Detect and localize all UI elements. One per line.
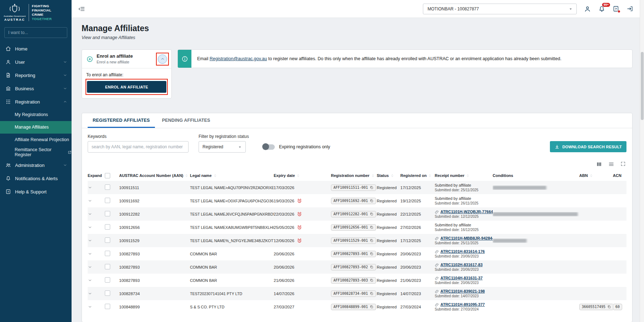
sidebar-item-label: Business: [15, 86, 59, 91]
scrollbar-thumb[interactable]: [641, 52, 644, 120]
table-row: 100911511TEST LEGAL NAME>AQU70P0NV2RZADO…: [88, 181, 626, 194]
help-alert-dot: [618, 10, 620, 13]
row-expand-button[interactable]: [88, 291, 92, 296]
registration-status-select[interactable]: Registered: [199, 141, 246, 153]
receipt-number-link[interactable]: ATRC1101H-MBB8JR-942844: [440, 236, 493, 241]
account-select[interactable]: MOTIONBAR - 100827877: [423, 4, 577, 14]
info-banner: Email Registration@austrac.gov.au to reg…: [177, 49, 633, 68]
row-expand-button[interactable]: [88, 198, 92, 203]
row-checkbox[interactable]: [105, 184, 110, 190]
account-select-value: MOTIONBAR - 100827877: [428, 6, 479, 11]
fullscreen-icon[interactable]: [620, 161, 626, 167]
expiring-only-toggle[interactable]: [263, 144, 275, 150]
sidebar-item-notifications-alerts[interactable]: Notifications & Alerts: [0, 172, 72, 185]
row-checkbox[interactable]: [105, 290, 110, 296]
column-header-abn[interactable]: ABN: [579, 173, 613, 178]
column-header-legal-name[interactable]: Legal name: [190, 173, 274, 178]
column-chooser-icon[interactable]: [596, 161, 602, 167]
registration-number-pill: AFF100828734-001: [331, 290, 376, 297]
tab-pending-affiliates[interactable]: PENDING AFFILIATES: [157, 113, 215, 128]
cell-expiry-date: 20/06/2026: [274, 265, 331, 269]
logout-icon[interactable]: [626, 5, 633, 12]
receipt-text: Submitted by affiliate: [435, 223, 471, 227]
copy-icon[interactable]: [370, 239, 374, 242]
row-checkbox[interactable]: [105, 224, 110, 230]
row-checkbox[interactable]: [105, 198, 110, 203]
copy-icon[interactable]: [370, 225, 374, 229]
cell-expiry-date: 27/03/2027: [274, 305, 331, 309]
table-body: 100911511TEST LEGAL NAME>AQU70P0NV2RZADO…: [88, 181, 626, 313]
row-expand-button[interactable]: [88, 278, 92, 283]
row-expand-button[interactable]: [88, 251, 92, 256]
row-expand-button[interactable]: [88, 238, 92, 243]
collapse-enrol-card-button[interactable]: [158, 54, 167, 64]
sidebar-item-reporting[interactable]: Reporting: [0, 69, 72, 82]
sidebar-subitem-affiliate-renewal-projection[interactable]: Affiliate Renewal Projection: [0, 134, 72, 146]
notifications-bell-icon[interactable]: 99+: [598, 5, 605, 13]
sidebar-item-administration[interactable]: Administration: [0, 159, 72, 172]
column-header-registration-number[interactable]: Registration number: [331, 173, 377, 178]
row-expand-button[interactable]: [88, 265, 92, 269]
keywords-search-input[interactable]: [88, 141, 189, 153]
registration-email-link[interactable]: Registration@austrac.gov.au: [210, 56, 267, 61]
receipt-number-link[interactable]: ATRC1101H-891095-377: [440, 302, 485, 307]
acn-pill: 60: [613, 304, 622, 310]
row-checkbox[interactable]: [105, 264, 110, 269]
row-checkbox[interactable]: [105, 251, 110, 256]
sidebar-item-help-support[interactable]: ?Help & Support: [0, 185, 72, 198]
row-expand-button[interactable]: [88, 225, 92, 230]
help-icon[interactable]: ?: [613, 5, 619, 12]
copy-icon[interactable]: [607, 305, 611, 309]
sort-icon: [589, 174, 593, 178]
cell-aan: 100848899: [119, 305, 190, 309]
select-all-checkbox[interactable]: [105, 173, 110, 178]
column-header-status[interactable]: Status: [377, 173, 400, 178]
receipt-number-link[interactable]: ATRC1104H-831631-37: [440, 276, 483, 280]
enrol-an-affiliate-button[interactable]: ENROL AN AFFILIATE: [87, 81, 166, 93]
column-header-registered-on[interactable]: Registered on: [400, 173, 435, 178]
tab-registered-affiliates[interactable]: REGISTERED AFFILIATES: [88, 113, 155, 128]
column-header-expiry-date[interactable]: Expiry date: [274, 173, 331, 178]
sidebar-collapse-icon[interactable]: [78, 5, 85, 13]
receipt-number-link[interactable]: ATRC1101H-WZQBJR-776646: [440, 210, 493, 214]
page-scrollbar[interactable]: [640, 0, 644, 322]
row-checkbox[interactable]: [105, 211, 110, 216]
row-checkbox[interactable]: [105, 277, 110, 283]
receipt-number-link[interactable]: ATRC1101H-831614-176: [440, 249, 485, 254]
copy-icon[interactable]: [370, 199, 374, 203]
sidebar-subitem-remittance-sector-register[interactable]: Remittance Sector Register: [0, 146, 72, 159]
copy-icon[interactable]: [370, 265, 374, 269]
copy-icon[interactable]: [370, 278, 374, 282]
column-header-receipt-number[interactable]: Receipt number: [435, 173, 493, 178]
user-profile-icon[interactable]: [584, 5, 591, 13]
chevron-down-icon: [237, 144, 243, 150]
i-want-to-input[interactable]: [4, 27, 67, 38]
column-header-austrac-account-number-aan[interactable]: AUSTRAC Account Number (AAN): [119, 173, 190, 178]
cell-registered-on: 17/12/2025: [400, 239, 435, 243]
cell-expiry-date: 17/03/2026: [274, 186, 331, 190]
sidebar-subitem-manage-affiliates[interactable]: Manage Affiliates: [0, 121, 72, 134]
select-all-checkbox-cell[interactable]: [105, 173, 119, 178]
copy-icon[interactable]: [370, 212, 374, 216]
cell-registration-number: AFF100912282-001: [331, 211, 377, 217]
sidebar-item-home[interactable]: Home: [0, 42, 72, 56]
receipt-number-link[interactable]: ATRC1101H-839021-198: [440, 289, 485, 294]
row-expand-button[interactable]: [88, 304, 92, 309]
sidebar-item-user[interactable]: User: [0, 56, 72, 69]
row-expand-button[interactable]: [88, 185, 92, 190]
download-search-result-button[interactable]: DOWNLOAD SEARCH RESULT: [550, 141, 626, 152]
sidebar-item-business[interactable]: Business: [0, 82, 72, 95]
list-view-icon[interactable]: [608, 161, 614, 167]
copy-icon[interactable]: [370, 186, 374, 189]
copy-icon[interactable]: [370, 305, 374, 309]
sidebar-subitem-my-registrations[interactable]: My Registrations: [0, 109, 72, 121]
copy-icon[interactable]: [370, 292, 374, 295]
row-checkbox[interactable]: [105, 304, 110, 309]
sidebar-item-registration[interactable]: Registration: [0, 95, 72, 109]
cell-status: Registered: [377, 305, 400, 309]
row-checkbox[interactable]: [105, 237, 110, 243]
cell-aan: 100828734: [119, 292, 190, 296]
copy-icon[interactable]: [370, 252, 374, 256]
row-expand-button[interactable]: [88, 212, 92, 216]
receipt-number-link[interactable]: ATRC1102H-831617-83: [440, 263, 483, 267]
